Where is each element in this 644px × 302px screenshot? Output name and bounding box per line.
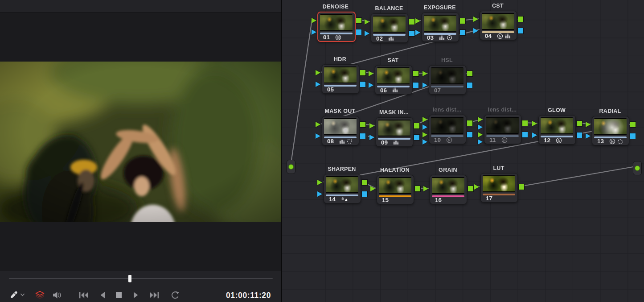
rgb-input-port[interactable] — [478, 117, 483, 122]
node-03[interactable]: 03 — [422, 12, 459, 42]
key-output-port[interactable] — [522, 132, 528, 138]
eyedropper-dropdown[interactable] — [20, 290, 25, 300]
scrubber-track[interactable] — [9, 278, 273, 279]
audio-mute-button[interactable] — [53, 290, 62, 300]
rgb-output-port[interactable] — [517, 16, 524, 22]
node-04[interactable]: 04fx — [480, 11, 517, 40]
key-input-port[interactable] — [422, 139, 427, 145]
rgb-input-port[interactable] — [478, 132, 483, 137]
node-13[interactable]: 13fx — [592, 116, 629, 145]
node-02[interactable]: 02 — [371, 13, 408, 43]
rgb-input-port[interactable] — [473, 17, 478, 22]
rgb-input-port[interactable] — [586, 122, 591, 127]
key-input-port[interactable] — [369, 83, 373, 88]
node-12[interactable]: 12fx — [538, 115, 576, 145]
image-wipe-button[interactable] — [35, 290, 45, 300]
key-input-port[interactable] — [473, 28, 478, 33]
key-output-port[interactable] — [576, 132, 582, 138]
key-output-port[interactable] — [356, 29, 362, 35]
node-09[interactable]: 09 — [376, 117, 413, 147]
rgb-input-port[interactable] — [316, 70, 320, 75]
stop-button[interactable] — [115, 290, 122, 300]
key-input-port[interactable] — [365, 31, 369, 36]
rgb-output-port[interactable] — [518, 184, 525, 190]
node-07[interactable]: 07 — [429, 65, 466, 95]
playhead[interactable] — [128, 275, 131, 282]
node-thumbnail-image — [483, 176, 515, 191]
rgb-output-port[interactable] — [459, 18, 466, 24]
key-output-port[interactable] — [409, 30, 415, 37]
key-input-port[interactable] — [586, 133, 591, 139]
node-05[interactable]: 05 — [322, 64, 359, 94]
key-input-port[interactable] — [316, 82, 320, 87]
source-node[interactable] — [287, 160, 295, 174]
rgb-output-port[interactable] — [468, 186, 474, 192]
key-input-port[interactable] — [317, 191, 322, 197]
rgb-input-port[interactable] — [312, 18, 316, 23]
node-graph-panel[interactable] — [282, 0, 644, 302]
key-input-port[interactable] — [422, 83, 427, 88]
node-15[interactable]: 15 — [377, 175, 414, 204]
rgb-input-port[interactable] — [422, 117, 427, 122]
eyedropper-button[interactable] — [10, 290, 18, 300]
play-button[interactable] — [133, 290, 139, 300]
rgb-output-port[interactable] — [409, 19, 415, 25]
key-input-port[interactable] — [422, 124, 427, 130]
node-08[interactable]: 08 — [322, 116, 359, 145]
key-output-port[interactable] — [360, 133, 366, 139]
rgb-output-port[interactable] — [413, 70, 419, 77]
rgb-output-port[interactable] — [356, 17, 362, 24]
rgb-input-port[interactable] — [317, 180, 322, 185]
key-input-port[interactable] — [532, 132, 537, 138]
step-back-button[interactable] — [99, 290, 105, 300]
key-input-port[interactable] — [369, 135, 374, 140]
rgb-input-port[interactable] — [316, 122, 320, 127]
node-16[interactable]: 16 — [430, 175, 467, 204]
rgb-output-port[interactable] — [360, 121, 366, 128]
key-output-port[interactable] — [630, 133, 636, 139]
key-input-port[interactable] — [312, 29, 316, 35]
node-10[interactable]: 10fx — [429, 115, 466, 144]
rgb-input-port[interactable] — [423, 186, 428, 191]
key-input-port[interactable] — [478, 124, 483, 130]
node-thumbnail — [379, 177, 411, 194]
rgb-output-port[interactable] — [467, 70, 473, 77]
rgb-output-port[interactable] — [414, 186, 421, 192]
key-output-port[interactable] — [361, 191, 368, 197]
node-06[interactable]: 06 — [375, 65, 412, 95]
rgb-input-port[interactable] — [365, 19, 369, 25]
rgb-output-port[interactable] — [414, 123, 420, 129]
rgb-output-port[interactable] — [361, 179, 368, 186]
key-output-port[interactable] — [414, 134, 420, 141]
key-output-port[interactable] — [467, 132, 473, 138]
rgb-input-port[interactable] — [474, 184, 479, 190]
key-output-port[interactable] — [467, 82, 473, 88]
key-input-port[interactable] — [415, 30, 420, 35]
key-input-port[interactable] — [478, 139, 483, 145]
rgb-output-port[interactable] — [576, 120, 582, 127]
loop-button[interactable] — [170, 290, 180, 300]
key-input-port[interactable] — [316, 133, 320, 139]
node-11[interactable]: 11fx — [484, 115, 521, 144]
rgb-input-port[interactable] — [369, 71, 373, 76]
node-01[interactable]: 01 — [317, 12, 356, 42]
node-14[interactable]: 14 — [324, 174, 361, 203]
key-output-port[interactable] — [517, 28, 524, 34]
key-output-port[interactable] — [360, 81, 366, 87]
rgb-input-port[interactable] — [532, 121, 537, 126]
rgb-input-port[interactable] — [422, 132, 427, 137]
rgb-output-port[interactable] — [467, 120, 473, 126]
rgb-input-port[interactable] — [415, 18, 420, 24]
rgb-input-port[interactable] — [369, 123, 374, 128]
rgb-output-port[interactable] — [360, 70, 366, 76]
key-output-port[interactable] — [459, 29, 466, 36]
key-output-port[interactable] — [413, 82, 419, 88]
rgb-input-port[interactable] — [370, 186, 375, 191]
rgb-input-port[interactable] — [422, 71, 427, 76]
skip-to-end-button[interactable] — [149, 290, 159, 300]
skip-to-start-button[interactable] — [79, 290, 89, 300]
node-17[interactable]: 17 — [480, 173, 518, 203]
output-node[interactable] — [633, 161, 642, 175]
rgb-output-port[interactable] — [630, 121, 636, 128]
rgb-output-port[interactable] — [522, 120, 528, 126]
